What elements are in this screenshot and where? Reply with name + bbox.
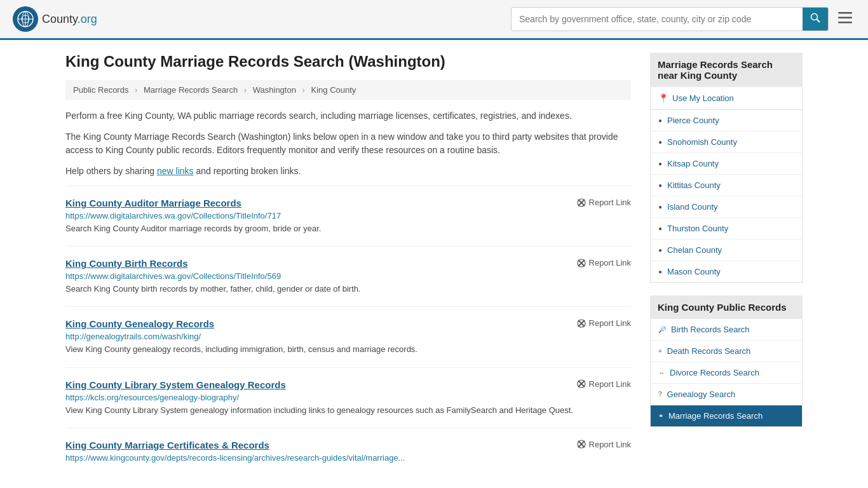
county-dot-icon: ● (658, 268, 662, 275)
record-url: https://www.digitalarchives.wa.gov/Colle… (65, 211, 631, 220)
use-my-location-link[interactable]: 📍 Use My Location (650, 87, 803, 110)
report-link-button[interactable]: Report Link (577, 379, 631, 389)
record-header: King County Library System Genealogy Rec… (65, 379, 631, 390)
report-icon (577, 379, 586, 388)
record-description: Search King County birth records by moth… (65, 283, 631, 295)
breadcrumb-sep-1: › (135, 85, 137, 95)
menu-icon[interactable] (835, 8, 855, 30)
public-record-link[interactable]: ↔Divorce Records Search (651, 362, 802, 383)
search-bar (511, 7, 829, 31)
report-link-button[interactable]: Report Link (577, 258, 631, 268)
nearby-county-link[interactable]: ●Pierce County (651, 110, 802, 131)
nearby-counties-list: ●Pierce County●Snohomish County●Kitsap C… (650, 110, 803, 283)
public-record-icon: ⚭ (658, 412, 663, 419)
header: County.org (0, 0, 868, 40)
records-container: King County Auditor Marriage Records Rep… (65, 186, 631, 477)
record-header: King County Birth Records Report Link (65, 258, 631, 269)
record-title[interactable]: King County Birth Records (65, 258, 188, 269)
nearby-county-8: ●Mason County (651, 261, 802, 282)
report-icon (577, 259, 586, 268)
nearby-county-link[interactable]: ●Kittitas County (651, 175, 802, 196)
record-title[interactable]: King County Genealogy Records (65, 318, 214, 329)
record-url: https://www.digitalarchives.wa.gov/Colle… (65, 271, 631, 281)
county-dot-icon: ● (658, 160, 662, 167)
nearby-county-link[interactable]: ●Mason County (651, 261, 802, 282)
breadcrumb-public-records[interactable]: Public Records (73, 85, 128, 95)
record-description: Search King County Auditor marriage reco… (65, 223, 631, 234)
nearby-county-link[interactable]: ●Island County (651, 196, 802, 217)
nearby-county-6: ●Thurston County (651, 218, 802, 240)
breadcrumb: Public Records › Marriage Records Search… (65, 80, 631, 100)
record-title[interactable]: King County Library System Genealogy Rec… (65, 379, 286, 390)
svg-rect-8 (838, 17, 852, 19)
county-dot-icon: ● (658, 117, 662, 124)
logo-area: County.org (13, 6, 97, 32)
nearby-county-link[interactable]: ●Chelan County (651, 240, 802, 261)
svg-rect-9 (838, 22, 852, 24)
new-links-link[interactable]: new links (157, 166, 194, 176)
record-header: King County Marriage Certificates & Reco… (65, 440, 631, 451)
sidebar: Marriage Records Search near King County… (650, 53, 803, 477)
record-url: http://genealogytrails.com/wash/king/ (65, 332, 631, 341)
public-record-icon: 🔎 (658, 326, 666, 333)
nearby-county-link[interactable]: ●Snohomish County (651, 132, 802, 152)
public-record-link[interactable]: ?Genealogy Search (651, 384, 802, 405)
public-record-item-4: ?Genealogy Search (651, 384, 802, 405)
public-record-item-1: 🔎Birth Records Search (651, 319, 802, 341)
nearby-county-7: ●Chelan County (651, 240, 802, 261)
description-1: Perform a free King County, WA public ma… (65, 109, 631, 123)
report-link-button[interactable]: Report Link (577, 318, 631, 328)
search-input[interactable] (512, 9, 803, 29)
record-title[interactable]: King County Auditor Marriage Records (65, 198, 241, 208)
public-record-link[interactable]: +Death Records Search (651, 341, 802, 362)
report-icon (577, 198, 586, 207)
nearby-county-link[interactable]: ●Kitsap County (651, 153, 802, 174)
public-record-link[interactable]: 🔎Birth Records Search (651, 319, 802, 340)
breadcrumb-washington[interactable]: Washington (253, 85, 296, 95)
description-2: The King County Marriage Records Search … (65, 130, 631, 157)
breadcrumb-king-county[interactable]: King County (311, 85, 356, 95)
svg-point-5 (811, 14, 818, 20)
report-icon (577, 440, 586, 449)
header-right (511, 7, 855, 31)
nearby-county-3: ●Kitsap County (651, 153, 802, 175)
report-icon (577, 319, 586, 328)
page-title: King County Marriage Records Search (Was… (65, 53, 631, 71)
public-record-icon: ? (658, 391, 662, 398)
search-button[interactable] (803, 8, 828, 30)
record-entry-4: King County Library System Genealogy Rec… (65, 367, 631, 428)
content-area: King County Marriage Records Search (Was… (65, 53, 631, 477)
record-url: https://kcls.org/resources/genealogy-bio… (65, 393, 631, 402)
record-title[interactable]: King County Marriage Certificates & Reco… (65, 440, 269, 451)
public-records-list: 🔎Birth Records Search+Death Records Sear… (650, 319, 803, 427)
nearby-county-5: ●Island County (651, 196, 802, 218)
breadcrumb-sep-2: › (244, 85, 247, 95)
record-description: View King County Library System genealog… (65, 405, 631, 416)
record-entry-5: King County Marriage Certificates & Reco… (65, 428, 631, 477)
record-header: King County Genealogy Records Report Lin… (65, 318, 631, 329)
record-entry-2: King County Birth Records Report Link ht… (65, 246, 631, 306)
report-link-button[interactable]: Report Link (577, 198, 631, 207)
sidebar-nearby-header: Marriage Records Search near King County (650, 53, 803, 87)
search-icon (810, 13, 820, 23)
svg-rect-7 (838, 12, 852, 14)
sidebar-nearby-section: Marriage Records Search near King County… (650, 53, 803, 283)
report-link-button[interactable]: Report Link (577, 440, 631, 449)
nearby-county-4: ●Kittitas County (651, 175, 802, 196)
public-record-link[interactable]: ⚭Marriage Records Search (651, 405, 802, 426)
nearby-county-link[interactable]: ●Thurston County (651, 218, 802, 239)
nearby-county-2: ●Snohomish County (651, 132, 802, 153)
logo-text: County.org (42, 13, 97, 26)
description-3: Help others by sharing new links and rep… (65, 165, 631, 178)
logo-icon (13, 6, 38, 32)
breadcrumb-marriage-records[interactable]: Marriage Records Search (144, 85, 238, 95)
public-record-item-2: +Death Records Search (651, 341, 802, 362)
record-header: King County Auditor Marriage Records Rep… (65, 198, 631, 208)
svg-line-6 (817, 20, 820, 23)
county-dot-icon: ● (658, 247, 662, 254)
public-record-item-3: ↔Divorce Records Search (651, 362, 802, 384)
record-description: View King County genealogy records, incl… (65, 344, 631, 355)
public-record-icon: + (658, 348, 662, 355)
main-container: King County Marriage Records Search (Was… (53, 40, 815, 488)
breadcrumb-sep-3: › (302, 85, 305, 95)
